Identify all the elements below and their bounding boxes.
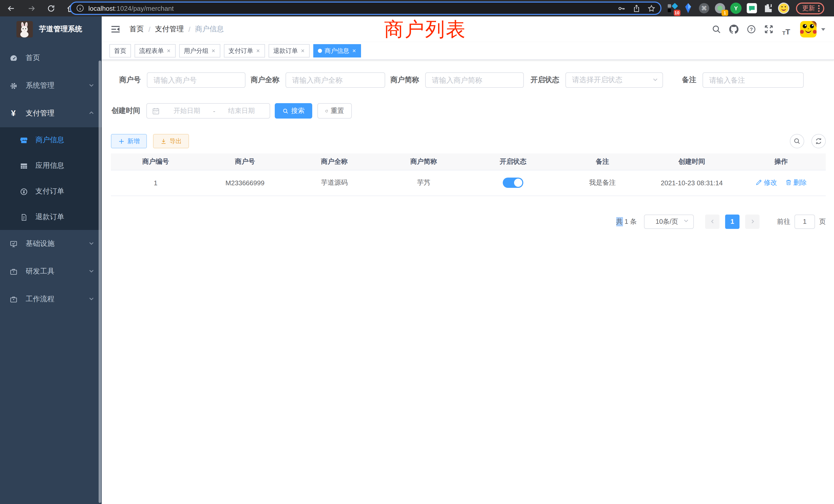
tab-refund-order[interactable]: 退款订单×: [269, 44, 310, 58]
tab-close-icon[interactable]: ×: [211, 48, 216, 54]
extension-command-icon[interactable]: ⌘: [698, 3, 710, 14]
filter-merchant-name: 商户全称: [250, 72, 385, 88]
sidebar-item-app-info[interactable]: 应用信息: [0, 153, 102, 179]
edit-link[interactable]: 修改: [755, 178, 777, 187]
tab-close-icon[interactable]: ×: [352, 48, 356, 54]
browser-update-button[interactable]: 更新: [796, 2, 824, 14]
extension-badge: 10: [674, 10, 680, 16]
sidebar-item-system[interactable]: 系统管理: [0, 72, 102, 99]
app-navbar: 首页 / 支付管理 / 商户信息 ?: [102, 17, 834, 42]
browser-forward-button[interactable]: [24, 1, 39, 16]
address-bar[interactable]: localhost:1024/pay/merchant: [70, 2, 661, 15]
page-size-select[interactable]: 10条/页: [644, 214, 694, 229]
chevron-down-icon: [88, 295, 94, 303]
extension-recorder-icon[interactable]: 1: [714, 3, 726, 14]
sidebar-menu: 首页 系统管理 ¥ 支付管理: [0, 42, 102, 313]
add-button[interactable]: 新增: [111, 134, 147, 148]
fullscreen-icon[interactable]: [762, 23, 775, 36]
extensions-puzzle-icon[interactable]: [762, 3, 773, 14]
briefcase-icon: [9, 268, 18, 276]
gear-icon: [9, 82, 18, 90]
font-size-icon[interactable]: TT: [780, 23, 793, 36]
goto-page-input[interactable]: [794, 214, 815, 229]
show-search-toggle-button[interactable]: [790, 134, 804, 148]
col-full-name: 商户全称: [290, 154, 379, 170]
help-icon[interactable]: ?: [745, 23, 758, 36]
refresh-table-button[interactable]: [811, 134, 826, 148]
filter-remark: 备注: [668, 72, 804, 88]
sidebar-item-label: 研发工具: [26, 267, 54, 276]
sidebar-item-workflow[interactable]: 工作流程: [0, 285, 102, 313]
prev-page-button[interactable]: [705, 214, 720, 229]
start-date-placeholder[interactable]: 开始日期: [163, 106, 211, 115]
sidebar-item-infrastructure[interactable]: 基础设施: [0, 230, 102, 258]
create-time-range-picker[interactable]: 开始日期 - 结束日期: [146, 103, 270, 118]
remark-input[interactable]: [703, 72, 804, 88]
browser-back-button[interactable]: [3, 1, 19, 16]
export-button[interactable]: 导出: [153, 134, 189, 148]
breadcrumb-payment[interactable]: 支付管理: [155, 25, 184, 34]
grid-table-icon: [20, 162, 28, 170]
extension-tabs-icon[interactable]: 10: [666, 3, 678, 14]
github-icon[interactable]: [727, 23, 741, 36]
sidebar-collapse-icon[interactable]: [110, 24, 121, 35]
date-range-separator: -: [211, 107, 218, 115]
sidebar-scrollbar[interactable]: [98, 61, 101, 503]
sidebar-item-dev-tools[interactable]: 研发工具: [0, 258, 102, 285]
bookmark-star-icon[interactable]: [648, 4, 655, 12]
filter-merchant-no: 商户号: [111, 72, 245, 88]
table-toolbar: 新增 导出: [111, 134, 826, 148]
tab-close-icon[interactable]: ×: [256, 48, 260, 54]
remark-label: 备注: [668, 75, 703, 85]
calendar-icon: [152, 107, 160, 115]
end-date-placeholder[interactable]: 结束日期: [217, 106, 265, 115]
col-actions: 操作: [737, 154, 826, 170]
browser-menu-icon[interactable]: [818, 5, 820, 12]
sidebar-item-label: 商户信息: [36, 136, 64, 145]
sidebar-item-merchant-info[interactable]: 商户信息: [0, 127, 102, 153]
breadcrumb-current: 商户信息: [195, 25, 224, 34]
merchant-short-input[interactable]: [425, 72, 524, 88]
goto-label: 前往: [777, 217, 790, 226]
tab-close-icon[interactable]: ×: [167, 48, 171, 54]
chevron-down-icon: [683, 217, 689, 225]
share-icon[interactable]: [633, 4, 640, 12]
page-number-button[interactable]: 1: [725, 214, 740, 229]
back-arrow-icon: [6, 4, 15, 13]
sidebar-item-refund-order[interactable]: 退款订单: [0, 204, 102, 230]
tab-user-group[interactable]: 用户分组×: [179, 44, 220, 58]
tab-close-icon[interactable]: ×: [301, 48, 305, 54]
status-select[interactable]: 请选择开启状态: [565, 72, 663, 88]
pagination-total: 共 1 条: [616, 217, 637, 226]
chevron-down-icon: [88, 82, 94, 90]
header-search-icon[interactable]: [710, 23, 723, 36]
col-create-time: 创建时间: [647, 154, 737, 170]
tab-home[interactable]: 首页: [109, 44, 131, 58]
sidebar-item-pay-order[interactable]: 支付订单: [0, 179, 102, 204]
breadcrumb-home[interactable]: 首页: [129, 25, 144, 34]
merchant-name-input[interactable]: [286, 72, 385, 88]
sidebar-item-payment[interactable]: ¥ 支付管理: [0, 99, 102, 127]
user-avatar[interactable]: [800, 21, 816, 38]
avatar-caret-icon[interactable]: [821, 25, 826, 34]
sidebar-item-home[interactable]: 首页: [0, 44, 102, 72]
app-logo-row[interactable]: 芋道管理系统: [0, 17, 102, 42]
extension-pin-icon[interactable]: [682, 3, 694, 14]
tab-merchant-info-active[interactable]: 商户信息×: [313, 44, 361, 58]
password-key-icon[interactable]: [618, 4, 626, 12]
url-text: localhost:1024/pay/merchant: [88, 4, 174, 12]
site-info-icon[interactable]: [76, 4, 84, 12]
extension-chat-icon[interactable]: [746, 3, 758, 14]
extension-y-icon[interactable]: Y: [730, 3, 742, 14]
cell-status: [468, 170, 558, 196]
browser-reload-button[interactable]: [43, 1, 59, 16]
tab-process-form[interactable]: 流程表单×: [135, 44, 176, 58]
tab-pay-order[interactable]: 支付订单×: [224, 44, 265, 58]
search-button[interactable]: 搜索: [275, 103, 312, 118]
reset-button[interactable]: 重置: [317, 103, 352, 118]
delete-link[interactable]: 删除: [785, 178, 807, 187]
next-page-button[interactable]: [745, 214, 760, 229]
status-toggle[interactable]: [503, 178, 523, 188]
merchant-no-input[interactable]: [147, 72, 245, 88]
profile-avatar-emoji[interactable]: [778, 3, 789, 14]
